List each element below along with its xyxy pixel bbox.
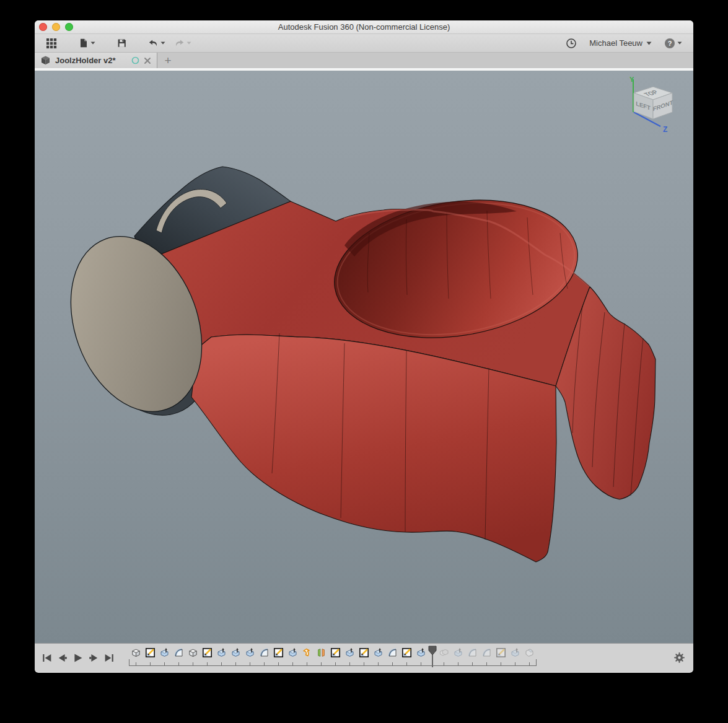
play-icon [73, 654, 83, 662]
fusion360-window: Autodesk Fusion 360 (Non-commercial Lice… [35, 20, 693, 673]
chevron-down-icon [646, 42, 652, 45]
document-cube-icon [40, 55, 51, 66]
undo-icon [148, 38, 159, 48]
file-icon [78, 38, 89, 48]
undo-button[interactable] [146, 37, 168, 49]
timeline-feature-sketch[interactable] [400, 644, 414, 672]
chevron-down-icon [160, 42, 165, 45]
timeline-ruler-start [129, 659, 129, 666]
axis-y-label: Y [629, 76, 634, 83]
tab-label: JoolzHolder v2* [55, 56, 127, 65]
timeline-feature-combine[interactable] [437, 644, 451, 672]
chevron-down-icon [186, 42, 191, 45]
step-back-icon [58, 654, 68, 662]
timeline-feature-extrude[interactable] [214, 644, 229, 672]
timeline-feature-fillet[interactable] [172, 644, 186, 672]
timeline-feature-extrude[interactable] [343, 644, 357, 672]
titlebar[interactable]: Autodesk Fusion 360 (Non-commercial Lice… [35, 20, 693, 34]
view-cube[interactable]: Y Z TOP LEFT FRONT [615, 74, 685, 139]
file-menu-button[interactable] [76, 37, 98, 50]
window-title: Autodesk Fusion 360 (Non-commercial Lice… [35, 20, 693, 34]
timeline-feature-extrude[interactable] [286, 644, 300, 672]
help-glyph: ? [668, 40, 672, 47]
timeline-playhead[interactable] [428, 644, 437, 672]
help-icon: ? [664, 38, 675, 49]
3d-viewport[interactable]: Y Z TOP LEFT FRONT [35, 71, 693, 643]
timeline-feature-fillet[interactable] [257, 644, 271, 672]
desktop-background: Autodesk Fusion 360 (Non-commercial Lice… [0, 0, 728, 723]
main-toolbar: Michael Teeuw ? [35, 34, 693, 53]
timeline-feature-extrude[interactable] [371, 644, 385, 672]
timeline-feature-sketch[interactable] [143, 644, 157, 672]
timeline-feature-extrude[interactable] [229, 644, 243, 672]
chevron-down-icon [677, 42, 682, 45]
save-button[interactable] [114, 37, 129, 50]
timeline-feature-sketch[interactable] [494, 644, 508, 672]
document-tab[interactable]: JoolzHolder v2* [35, 53, 157, 68]
timeline-feature-press-pull[interactable] [300, 644, 314, 672]
timeline-feature-fillet[interactable] [480, 644, 494, 672]
timeline-feature-extrude[interactable] [414, 644, 428, 672]
redo-button[interactable] [172, 37, 194, 49]
clock-icon [566, 38, 577, 49]
skip-to-end-button[interactable] [103, 651, 115, 665]
chevron-down-icon [90, 42, 95, 45]
skip-to-end-icon [104, 654, 114, 662]
user-name: Michael Teeuw [589, 38, 642, 48]
app-grid-icon [46, 38, 57, 49]
timeline-feature-sketch[interactable] [357, 644, 371, 672]
app-grid-button[interactable] [43, 37, 59, 50]
redo-icon [174, 38, 185, 48]
timeline-feature-fillet[interactable] [385, 644, 400, 672]
timeline-feature-extrude[interactable] [243, 644, 257, 672]
skip-to-start-button[interactable] [41, 651, 53, 665]
timeline-feature-mirror[interactable] [314, 644, 328, 672]
save-icon [116, 38, 127, 48]
timeline-feature-extrude[interactable] [451, 644, 465, 672]
timeline-ruler-end [536, 659, 537, 666]
play-button[interactable] [72, 651, 84, 665]
timeline-feature-chamfer[interactable] [522, 644, 537, 672]
timeline-settings-gear-icon[interactable] [673, 652, 685, 664]
tab-sync-status-icon [131, 56, 139, 64]
timeline-feature-sketch[interactable] [200, 644, 214, 672]
timeline-feature-extrude[interactable] [508, 644, 522, 672]
playhead-marker-icon [428, 646, 437, 670]
tab-close-icon[interactable] [144, 57, 151, 64]
timeline-playback-controls [35, 644, 115, 672]
document-tab-bar: JoolzHolder v2* + [35, 53, 693, 71]
job-status-button[interactable] [563, 37, 579, 50]
step-back-button[interactable] [56, 651, 69, 665]
skip-to-start-icon [42, 654, 52, 662]
timeline-feature-box[interactable] [129, 644, 143, 672]
help-menu-button[interactable]: ? [662, 37, 685, 50]
new-tab-button[interactable]: + [157, 53, 178, 68]
timeline-strip [129, 644, 537, 672]
user-menu[interactable]: Michael Teeuw [589, 38, 652, 48]
timeline-feature-box[interactable] [186, 644, 200, 672]
timeline-feature-extrude[interactable] [157, 644, 172, 672]
timeline-feature-fillet[interactable] [465, 644, 480, 672]
step-forward-icon [89, 654, 99, 662]
timeline-bar [35, 643, 693, 672]
timeline-feature-sketch[interactable] [271, 644, 286, 672]
model-joolzholder [35, 71, 693, 643]
axis-z-label: Z [663, 125, 667, 134]
step-forward-button[interactable] [87, 651, 100, 665]
timeline-feature-sketch[interactable] [328, 644, 343, 672]
